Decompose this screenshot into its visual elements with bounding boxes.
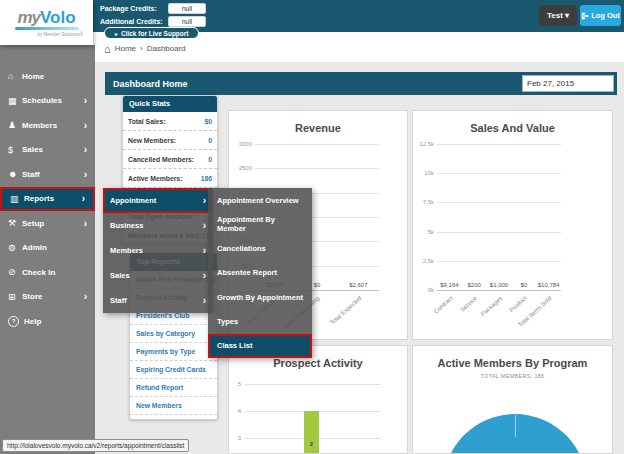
sidebar-item-check-in[interactable]: ⊘ Check In (0, 260, 95, 285)
bar-value-label: $2,607 (349, 282, 367, 288)
reports-menu-item-staff[interactable]: Staff › (103, 288, 213, 313)
menu-item-label: Cancellations (217, 244, 303, 253)
pie-slice-divider (515, 415, 516, 437)
breadcrumb-home-link[interactable]: Home (115, 44, 136, 53)
prospect-activity-card: Prospect Activity 5 4 3 2 (228, 345, 408, 454)
sidebar-item-schedules[interactable]: ▦ Schedules › (0, 89, 95, 114)
y-tick-label: 5k (428, 229, 434, 235)
quick-stat-row: New Members: 0 (123, 131, 217, 150)
appointment-menu-item-appointment-overview[interactable]: Appointment Overview (208, 188, 312, 212)
chevron-right-icon: › (84, 95, 87, 106)
sidebar-item-setup[interactable]: ⚒ Setup › (0, 211, 95, 236)
y-tick-label: 0k (428, 287, 434, 293)
chevron-right-icon: › (84, 144, 87, 155)
menu-item-label: Appointment By Member (217, 215, 303, 233)
sidebar-item-help[interactable]: ? Help (0, 309, 95, 334)
chevron-right-icon: › (203, 220, 206, 231)
breadcrumb-current: Dashboard (147, 44, 186, 53)
chevron-right-icon: › (84, 291, 87, 302)
x-axis-label-text: Product (508, 295, 527, 313)
app-window: ⌂ Home › Dashboard Dashboard Home Revenu… (0, 0, 624, 454)
appointment-menu-item-absentee-report[interactable]: Absentee Report (208, 261, 312, 285)
top-report-link[interactable]: Sales by Category (130, 325, 217, 343)
sidebar-item-label: Reports (24, 194, 82, 203)
top-report-link[interactable]: Expiring Credit Cards (130, 361, 217, 379)
chevron-right-icon: › (82, 193, 85, 204)
active-members-card: Active Members By Program TOTAL MEMBERS:… (412, 345, 613, 454)
sidebar-item-members[interactable]: ♟ Members › (0, 113, 95, 138)
quick-stat-value: 0 (208, 137, 212, 144)
gridline: 5k (437, 232, 561, 233)
sidebar-item-label: Home (22, 72, 87, 81)
appointment-menu-item-cancellations[interactable]: Cancellations (208, 237, 312, 261)
dashboard-header: Dashboard Home (105, 72, 617, 95)
top-report-link[interactable]: New Members (130, 397, 217, 415)
sidebar-item-store[interactable]: ⊞ Store › (0, 285, 95, 310)
wrench-icon: ⚒ (8, 218, 22, 228)
bar-value-label: $0 (314, 282, 321, 288)
x-axis-label-text: Contract (433, 295, 454, 315)
sales-value-chart-plot: 12.5k10k7.5k5k2.5k0k$9,164Contract$200Se… (437, 145, 561, 291)
y-tick-label: 5 (238, 381, 241, 387)
x-axis-label-text: Packages (479, 295, 503, 317)
y-tick-label: 3000 (239, 141, 252, 147)
menu-item-label: Class List (217, 341, 303, 350)
menu-item-label: Staff (110, 296, 203, 305)
gear-icon: ⚙ (8, 243, 22, 253)
logout-button[interactable]: Log Out (580, 5, 621, 26)
sidebar-item-home[interactable]: ⌂ Home (0, 64, 95, 89)
menu-item-label: Sales (110, 271, 203, 280)
bar-value-label: $0 (520, 282, 527, 288)
sidebar-item-label: Admin (22, 243, 87, 252)
prospect-activity-plot: 5 4 3 2 (245, 346, 381, 453)
y-tick-label: 7.5k (423, 199, 434, 205)
y-tick-label: 10k (424, 170, 434, 176)
gridline: 12.5k (437, 144, 561, 145)
reports-menu-item-members[interactable]: Members › (103, 238, 213, 263)
gridline: 2.5k (437, 261, 561, 262)
appointment-menu-item-types[interactable]: Types (208, 309, 312, 333)
top-report-link[interactable]: Payments by Type (130, 343, 217, 361)
cart-icon: ⊞ (8, 292, 22, 302)
appointment-menu-item-appointment-by-member[interactable]: Appointment By Member (208, 212, 312, 236)
chevron-right-icon: › (203, 245, 206, 256)
appointment-submenu: Appointment Overview Appointment By Memb… (208, 188, 312, 358)
top-report-link[interactable]: Refund Report (130, 379, 217, 397)
bar-value-label: $200 (468, 282, 481, 288)
reports-menu-item-appointment[interactable]: Appointment › (103, 188, 213, 213)
quick-stat-row: Active Members: 186 (123, 169, 217, 188)
menu-item-label: Appointment Overview (217, 196, 303, 205)
appointment-menu-item-class-list[interactable]: Class List (208, 334, 312, 358)
package-credits-input[interactable] (168, 3, 206, 14)
x-axis-label-text: Service (459, 295, 478, 313)
gridline: 10k (437, 173, 561, 174)
chevron-right-icon: › (203, 295, 206, 306)
home-icon: ⌂ (104, 45, 111, 53)
logo[interactable]: myVolo by Member Solutions® (0, 0, 93, 45)
reports-menu-item-sales[interactable]: Sales › (103, 263, 213, 288)
live-support-button[interactable]: ►Click for Live Support (104, 27, 199, 39)
menu-item-label: Types (217, 317, 303, 326)
user-menu-button[interactable]: Test ▾ (539, 5, 577, 26)
chevron-right-icon: › (84, 169, 87, 180)
chevron-right-icon: › (203, 195, 206, 206)
active-members-title: Active Members By Program (413, 357, 612, 369)
sidebar-item-label: Setup (22, 219, 84, 228)
package-credits-label: Package Credits: (100, 5, 168, 12)
chevron-right-icon: › (84, 218, 87, 229)
sidebar-item-admin[interactable]: ⚙ Admin (0, 236, 95, 261)
sidebar-item-reports[interactable]: ▥ Reports › (0, 187, 95, 212)
gridline: 0k (437, 290, 561, 291)
reports-menu-item-business[interactable]: Business › (103, 213, 213, 238)
credits-block: Package Credits: Additional Credits: (100, 2, 206, 28)
additional-credits-input[interactable] (168, 16, 206, 27)
sidebar-item-staff[interactable]: ☻ Staff › (0, 162, 95, 187)
menu-item-label: Appointment (110, 196, 203, 205)
sidebar-item-sales[interactable]: $ Sales › (0, 138, 95, 163)
quick-stats-header: Quick Stats (123, 96, 217, 112)
appointment-menu-item-growth-by-appointment[interactable]: Growth By Appointment (208, 285, 312, 309)
top-header-bar (0, 0, 624, 32)
menu-item-label: Growth By Appointment (217, 293, 303, 302)
quick-stat-label: Active Members: (128, 175, 182, 182)
date-input[interactable] (522, 75, 614, 92)
